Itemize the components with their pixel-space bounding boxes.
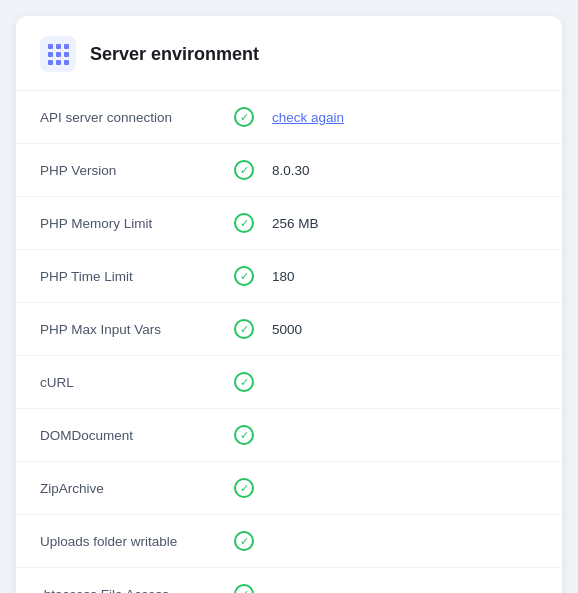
table-row: .htaccess File Access✓: [16, 568, 562, 593]
table-row: cURL✓: [16, 356, 562, 409]
table-row: DOMDocument✓: [16, 409, 562, 462]
check-icon: ✓: [230, 584, 258, 593]
row-value: 180: [272, 269, 295, 284]
table-row: PHP Version✓8.0.30: [16, 144, 562, 197]
row-label: ZipArchive: [40, 481, 230, 496]
grid-dots: [48, 44, 69, 65]
row-value: 5000: [272, 322, 302, 337]
table-row: PHP Max Input Vars✓5000: [16, 303, 562, 356]
grid-icon: [40, 36, 76, 72]
table-row: PHP Time Limit✓180: [16, 250, 562, 303]
check-icon: ✓: [230, 372, 258, 392]
row-label: PHP Memory Limit: [40, 216, 230, 231]
row-label: PHP Max Input Vars: [40, 322, 230, 337]
row-value: 8.0.30: [272, 163, 310, 178]
server-environment-card: Server environment API server connection…: [16, 16, 562, 593]
row-label: cURL: [40, 375, 230, 390]
check-icon: ✓: [230, 478, 258, 498]
card-header: Server environment: [16, 16, 562, 91]
check-icon: ✓: [230, 107, 258, 127]
check-icon: ✓: [230, 266, 258, 286]
row-label: PHP Time Limit: [40, 269, 230, 284]
row-label: API server connection: [40, 110, 230, 125]
row-label: .htaccess File Access: [40, 587, 230, 594]
table-row: API server connection✓check again: [16, 91, 562, 144]
card-title: Server environment: [90, 44, 259, 65]
check-icon: ✓: [230, 531, 258, 551]
row-label: Uploads folder writable: [40, 534, 230, 549]
row-label: PHP Version: [40, 163, 230, 178]
table-row: PHP Memory Limit✓256 MB: [16, 197, 562, 250]
check-icon: ✓: [230, 160, 258, 180]
row-value: 256 MB: [272, 216, 319, 231]
check-again-link[interactable]: check again: [272, 110, 344, 125]
check-icon: ✓: [230, 425, 258, 445]
check-icon: ✓: [230, 319, 258, 339]
table-row: Uploads folder writable✓: [16, 515, 562, 568]
card-body: API server connection✓check againPHP Ver…: [16, 91, 562, 593]
table-row: ZipArchive✓: [16, 462, 562, 515]
row-label: DOMDocument: [40, 428, 230, 443]
check-icon: ✓: [230, 213, 258, 233]
